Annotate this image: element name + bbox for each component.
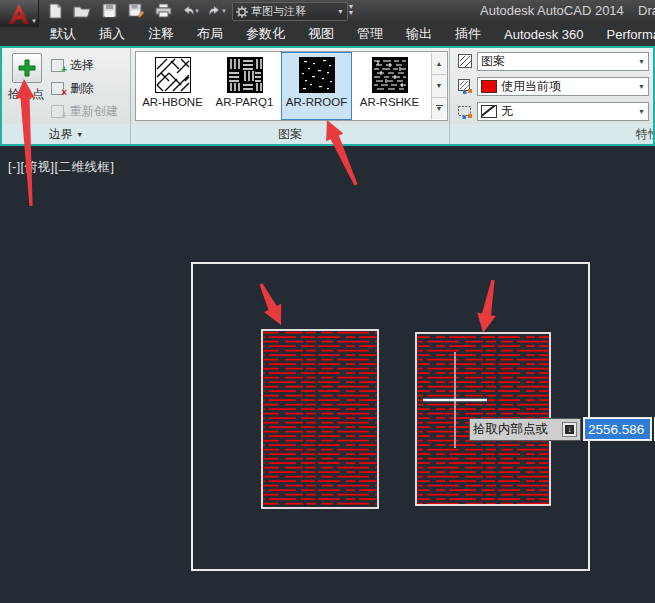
- recreate-boundary-button: + 重新创建: [51, 103, 118, 120]
- save-as-icon: [128, 3, 145, 18]
- workspace-label: 草图与注释: [251, 4, 306, 19]
- hatch-color-icon: [457, 78, 474, 95]
- recreate-label: 重新创建: [70, 103, 118, 120]
- redo-button[interactable]: ▼: [206, 1, 228, 20]
- tab-plugins[interactable]: 插件: [455, 25, 481, 43]
- properties-panel-title: 特性: [450, 124, 653, 144]
- tab-layout[interactable]: 布局: [197, 25, 223, 43]
- tab-manage[interactable]: 管理: [357, 25, 383, 43]
- tab-view[interactable]: 视图: [308, 25, 334, 43]
- transparency-value: 无: [501, 103, 513, 120]
- save-as-button[interactable]: [125, 1, 147, 20]
- select-label: 选择: [70, 57, 94, 74]
- autocad-logo-icon: [7, 4, 31, 24]
- workspace-dropdown-arrow: ▼: [337, 8, 344, 15]
- tab-home[interactable]: 默认: [50, 25, 76, 43]
- pattern-item-ar-hbone[interactable]: AR-HBONE: [137, 53, 208, 119]
- hatch-color-dropdown[interactable]: 使用当前项 ▼: [477, 77, 649, 96]
- remove-icon: ×: [51, 81, 66, 96]
- pick-points-button[interactable]: [12, 53, 42, 83]
- hatch-color-value: 使用当前项: [501, 78, 561, 95]
- pick-points-label: 拾取点: [2, 86, 50, 103]
- gear-icon: [236, 6, 248, 18]
- select-boundary-button[interactable]: + 选择: [51, 57, 94, 74]
- model-space: [0, 146, 655, 603]
- drawing-canvas[interactable]: [-][俯视][二维线框] 拾取内部点或 ↓: [0, 146, 655, 603]
- remove-label: 删除: [70, 80, 94, 97]
- boundary-panel-title[interactable]: 边界 ▼: [2, 124, 130, 144]
- hatch-type-value: 图案: [481, 53, 505, 70]
- new-file-icon: [48, 3, 63, 19]
- gallery-scrollbar: ▲ ▼ ▼: [431, 53, 446, 119]
- ar-parq1-thumbnail: [227, 57, 263, 93]
- tab-output[interactable]: 输出: [406, 25, 432, 43]
- pattern-item-ar-parq1[interactable]: AR-PARQ1: [209, 53, 280, 119]
- ar-hbone-thumbnail: [155, 57, 191, 93]
- hatch-pattern-gallery: AR-HBONE AR-PARQ1: [135, 51, 448, 121]
- hatch-type-row: 图案 ▼: [457, 52, 649, 71]
- tab-performance[interactable]: Performance: [607, 27, 655, 42]
- hatch-color-row: 使用当前项 ▼: [457, 77, 649, 96]
- save-button[interactable]: [98, 1, 120, 20]
- open-file-button[interactable]: [71, 1, 93, 20]
- gallery-scroll-down-button[interactable]: ▼: [432, 75, 446, 97]
- gallery-expand-button[interactable]: ▼: [432, 98, 446, 119]
- pattern-item-ar-rroof-selected[interactable]: AR-RROOF: [281, 52, 352, 120]
- printer-icon: [155, 3, 172, 18]
- hatched-rectangle-left[interactable]: [262, 330, 378, 508]
- transparency-row: 无 ▼: [457, 102, 649, 121]
- toolbar-customize-button[interactable]: ▼▼: [345, 4, 357, 16]
- hatch-type-dropdown-arrow: ▼: [638, 58, 645, 65]
- tooltip-prompt-text: 拾取内部点或: [473, 421, 548, 438]
- transparency-icon: [457, 103, 474, 120]
- transparency-dropdown[interactable]: 无 ▼: [477, 102, 649, 121]
- ribbon-tab-bar: 默认 插入 注释 布局 参数化 视图 管理 输出 插件 Autodesk 360…: [0, 22, 655, 46]
- dynamic-input-field[interactable]: 2556.586: [583, 417, 652, 441]
- open-folder-icon: [73, 3, 91, 18]
- hatch-type-dropdown[interactable]: 图案 ▼: [477, 52, 649, 71]
- new-file-button[interactable]: [44, 1, 66, 20]
- tab-parametric[interactable]: 参数化: [246, 25, 285, 43]
- quick-access-toolbar: ▼ ▼: [44, 1, 228, 20]
- workspace-switcher[interactable]: 草图与注释 ▼: [232, 2, 348, 21]
- document-title: Dra: [638, 3, 655, 18]
- hatch-creation-ribbon: 拾取点 + 选择 × 删除 + 重新创建 边界 ▼: [0, 46, 655, 146]
- print-button[interactable]: [152, 1, 174, 20]
- hatch-color-dropdown-arrow: ▼: [638, 83, 645, 90]
- autocad-window: ▼ ▼ 草图与注释 ▼ ▼▼ Autodesk AutoCAD 2014 Dra…: [0, 0, 655, 603]
- recreate-icon: +: [51, 104, 66, 119]
- hatch-type-icon: [457, 53, 474, 70]
- select-icon: +: [51, 58, 66, 73]
- undo-button[interactable]: ▼: [179, 1, 201, 20]
- gallery-scroll-up-button[interactable]: ▲: [432, 53, 446, 75]
- save-icon: [102, 3, 117, 18]
- app-menu-caret: ▼: [31, 18, 37, 24]
- transparency-none-swatch: [481, 105, 497, 118]
- tab-annotate[interactable]: 注释: [148, 25, 174, 43]
- undo-dropdown-arrow[interactable]: ▼: [194, 8, 200, 14]
- dynamic-input-value: 2556.586: [585, 419, 650, 439]
- down-arrow-key-icon: ↓: [562, 422, 577, 437]
- ar-rroof-thumbnail: [299, 57, 335, 93]
- current-color-swatch: [481, 80, 497, 93]
- title-bar: ▼ ▼ 草图与注释 ▼ ▼▼ Autodesk AutoCAD 2014 Dra: [0, 0, 655, 22]
- transparency-dropdown-arrow: ▼: [638, 108, 645, 115]
- boundary-panel-expand-icon: ▼: [76, 131, 83, 138]
- dynamic-input-tooltip: 拾取内部点或 ↓: [469, 418, 581, 441]
- pick-points-plus-icon: [17, 58, 37, 78]
- tab-autodesk360[interactable]: Autodesk 360: [504, 27, 584, 42]
- redo-dropdown-arrow[interactable]: ▼: [221, 8, 227, 14]
- application-menu-button[interactable]: ▼: [0, 0, 39, 27]
- remove-boundary-button[interactable]: × 删除: [51, 80, 94, 97]
- pattern-item-ar-rshke[interactable]: AR-RSHKE: [354, 53, 425, 119]
- ar-rshke-thumbnail: [372, 57, 408, 93]
- tab-insert[interactable]: 插入: [99, 25, 125, 43]
- pattern-panel-title: 图案: [131, 124, 449, 144]
- app-title: Autodesk AutoCAD 2014: [480, 3, 624, 18]
